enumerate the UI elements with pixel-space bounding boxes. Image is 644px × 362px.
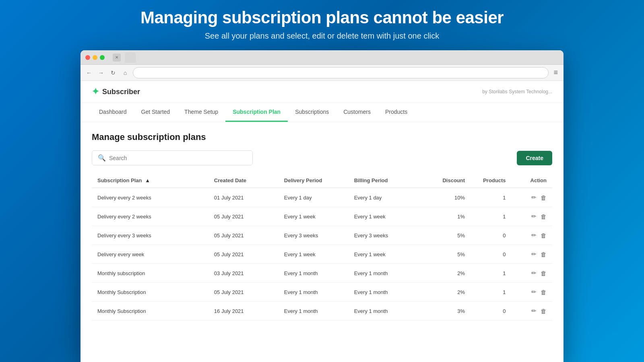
hero-subtitle: See all your plans and select, edit or d… bbox=[205, 31, 440, 41]
browser-tab[interactable] bbox=[125, 52, 136, 63]
td-delivery: Every 1 month bbox=[284, 289, 354, 295]
action-buttons: ✏ 🗑 bbox=[506, 213, 547, 220]
delete-button[interactable]: 🗑 bbox=[541, 251, 547, 258]
back-button[interactable]: ← bbox=[85, 68, 93, 77]
td-discount: 5% bbox=[424, 232, 465, 239]
td-delivery: Every 1 month bbox=[284, 308, 354, 314]
edit-button[interactable]: ✏ bbox=[531, 213, 537, 220]
nav-item-dashboard[interactable]: Dashboard bbox=[92, 103, 134, 122]
td-created: 16 July 2021 bbox=[214, 308, 284, 314]
forward-button[interactable]: → bbox=[97, 68, 105, 77]
dot-yellow[interactable] bbox=[93, 55, 97, 60]
table-header: Subscription Plan ▲ Created Date Deliver… bbox=[92, 173, 552, 188]
dot-red[interactable] bbox=[85, 55, 90, 60]
app-logo: ✦ Subscriber bbox=[92, 86, 140, 97]
td-action: ✏ 🗑 bbox=[506, 213, 547, 220]
logo-text: Subscriber bbox=[102, 88, 140, 96]
delete-button[interactable]: 🗑 bbox=[541, 194, 547, 201]
table-container: Subscription Plan ▲ Created Date Deliver… bbox=[92, 173, 552, 321]
refresh-button[interactable]: ↻ bbox=[109, 68, 118, 77]
delete-button[interactable]: 🗑 bbox=[541, 213, 547, 220]
action-buttons: ✏ 🗑 bbox=[506, 194, 547, 201]
browser-titlebar: ✕ bbox=[80, 50, 564, 65]
td-discount: 2% bbox=[424, 289, 465, 295]
edit-button[interactable]: ✏ bbox=[531, 232, 537, 239]
page-content: Manage subscription plans 🔍 Create Subsc… bbox=[80, 122, 564, 330]
th-discount[interactable]: Discount bbox=[424, 177, 465, 183]
browser-dots bbox=[85, 55, 105, 60]
nav-menu: Dashboard Get Started Theme Setup Subscr… bbox=[80, 103, 564, 122]
address-bar[interactable] bbox=[133, 67, 549, 78]
edit-button[interactable]: ✏ bbox=[531, 194, 537, 201]
hero-title: Managing subscription plans cannot be ea… bbox=[140, 8, 504, 27]
close-button[interactable]: ✕ bbox=[113, 53, 121, 62]
td-products: 1 bbox=[465, 214, 506, 220]
search-icon: 🔍 bbox=[98, 154, 106, 162]
search-box: 🔍 bbox=[92, 150, 253, 165]
sort-icon: ▲ bbox=[145, 177, 150, 183]
td-discount: 2% bbox=[424, 270, 465, 276]
app-header: ✦ Subscriber by Storilabs System Technol… bbox=[80, 81, 564, 103]
table-body: Delivery every 2 weeks 01 July 2021 Ever… bbox=[92, 188, 552, 321]
nav-item-customers[interactable]: Customers bbox=[336, 103, 378, 122]
td-products: 0 bbox=[465, 308, 506, 314]
td-discount: 10% bbox=[424, 195, 465, 201]
dot-green[interactable] bbox=[100, 55, 105, 60]
create-button[interactable]: Create bbox=[517, 151, 552, 165]
td-billing: Every 3 weeks bbox=[354, 232, 424, 239]
td-delivery: Every 1 week bbox=[284, 214, 354, 220]
td-action: ✏ 🗑 bbox=[506, 232, 547, 239]
td-delivery: Every 1 month bbox=[284, 270, 354, 276]
action-buttons: ✏ 🗑 bbox=[506, 288, 547, 296]
td-created: 01 July 2021 bbox=[214, 195, 284, 201]
edit-button[interactable]: ✏ bbox=[531, 307, 537, 315]
th-products[interactable]: Products bbox=[465, 177, 506, 183]
td-products: 1 bbox=[465, 195, 506, 201]
td-created: 05 July 2021 bbox=[214, 232, 284, 239]
td-action: ✏ 🗑 bbox=[506, 251, 547, 258]
app-tagline: by Storilabs System Technolog... bbox=[482, 89, 552, 95]
home-button[interactable]: ⌂ bbox=[121, 68, 130, 77]
delete-button[interactable]: 🗑 bbox=[541, 308, 547, 315]
nav-item-theme-setup[interactable]: Theme Setup bbox=[177, 103, 225, 122]
td-billing: Every 1 day bbox=[354, 195, 424, 201]
edit-button[interactable]: ✏ bbox=[531, 251, 537, 258]
delete-button[interactable]: 🗑 bbox=[541, 289, 547, 296]
th-delivery[interactable]: Delivery Period bbox=[284, 177, 354, 183]
edit-button[interactable]: ✏ bbox=[531, 288, 537, 296]
browser-window: ✕ ← → ↻ ⌂ ≡ ✦ Subscriber by Storilabs Sy… bbox=[80, 50, 564, 362]
table-row: Delivery every week 05 July 2021 Every 1… bbox=[92, 245, 552, 264]
nav-item-subscription-plan[interactable]: Subscription Plan bbox=[225, 103, 288, 122]
td-action: ✏ 🗑 bbox=[506, 269, 547, 277]
td-delivery: Every 1 day bbox=[284, 195, 354, 201]
td-billing: Every 1 week bbox=[354, 251, 424, 257]
td-created: 05 July 2021 bbox=[214, 289, 284, 295]
td-products: 1 bbox=[465, 289, 506, 295]
td-billing: Every 1 week bbox=[354, 214, 424, 220]
delete-button[interactable]: 🗑 bbox=[541, 270, 547, 277]
th-plan[interactable]: Subscription Plan ▲ bbox=[97, 177, 214, 183]
table-row: Monthly Subscription 05 July 2021 Every … bbox=[92, 283, 552, 302]
td-discount: 5% bbox=[424, 251, 465, 257]
td-plan: Delivery every 2 weeks bbox=[97, 214, 214, 220]
table-row: Delivery every 2 weeks 05 July 2021 Ever… bbox=[92, 207, 552, 226]
td-billing: Every 1 month bbox=[354, 289, 424, 295]
edit-button[interactable]: ✏ bbox=[531, 269, 537, 277]
th-billing[interactable]: Billing Period bbox=[354, 177, 424, 183]
nav-item-subscriptions[interactable]: Subscriptions bbox=[288, 103, 336, 122]
nav-item-products[interactable]: Products bbox=[378, 103, 415, 122]
logo-icon: ✦ bbox=[92, 86, 99, 97]
search-input[interactable] bbox=[109, 155, 247, 161]
th-created[interactable]: Created Date bbox=[214, 177, 284, 183]
td-delivery: Every 1 week bbox=[284, 251, 354, 257]
td-created: 05 July 2021 bbox=[214, 251, 284, 257]
delete-button[interactable]: 🗑 bbox=[541, 232, 547, 239]
nav-item-get-started[interactable]: Get Started bbox=[134, 103, 178, 122]
td-billing: Every 1 month bbox=[354, 270, 424, 276]
action-buttons: ✏ 🗑 bbox=[506, 232, 547, 239]
browser-menu-button[interactable]: ≡ bbox=[552, 68, 559, 77]
td-plan: Delivery every week bbox=[97, 251, 214, 257]
td-plan: Delivery every 2 weeks bbox=[97, 195, 214, 201]
td-action: ✏ 🗑 bbox=[506, 194, 547, 201]
td-action: ✏ 🗑 bbox=[506, 288, 547, 296]
